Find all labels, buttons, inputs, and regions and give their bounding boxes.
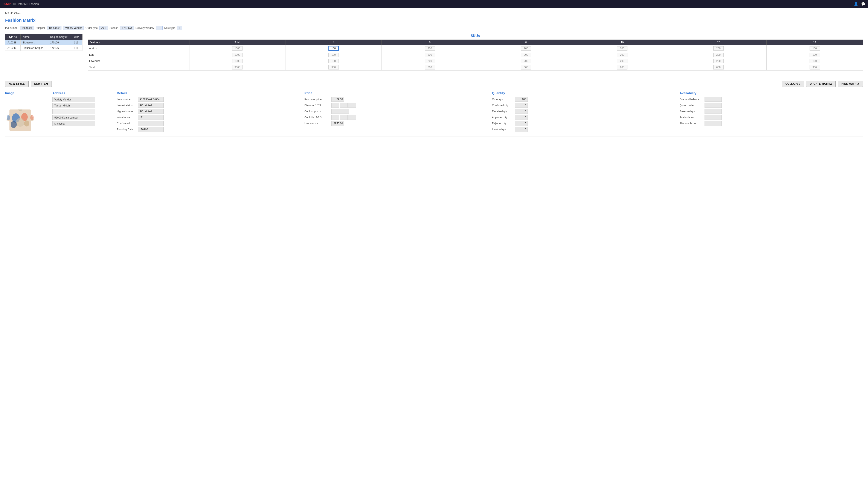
update-matrix-button[interactable]: UPDATE MATRIX [806, 81, 836, 87]
invoiced-qty-row: Invoiced qty 0 [492, 127, 675, 132]
sku-input-apricot-8[interactable] [521, 46, 531, 51]
invoiced-qty-value: 0 [515, 127, 528, 132]
chat-icon[interactable]: 💬 [861, 2, 865, 6]
sku-row-total: Total [88, 64, 863, 70]
available-inv-row: Available inv [680, 115, 863, 120]
sku-input-lavender-6[interactable] [425, 59, 435, 63]
user-icon[interactable]: 👤 [854, 2, 858, 6]
sku-input-ecru-4[interactable] [329, 53, 339, 57]
sku-input-total-6 [425, 65, 435, 69]
on-hand-balance-label: On-hand balance [680, 98, 703, 101]
sku-input-total-14 [810, 65, 820, 69]
sku-input-ecru-10[interactable] [617, 53, 627, 57]
sku-feature-apricot: Apricot [88, 45, 189, 52]
bottom-border [5, 137, 863, 137]
sku-input-apricot-12[interactable] [713, 46, 724, 51]
received-qty-row: Received qty 0 [492, 109, 675, 114]
sku-input-apricot-14[interactable] [810, 46, 820, 51]
garment-image [5, 99, 35, 133]
conf-disc-v1 [332, 115, 339, 120]
sku-input-lavender-12[interactable] [713, 59, 724, 63]
svg-point-3 [16, 118, 25, 127]
style-table-container: Style no Name Req delivery dt Whs A10238… [5, 34, 83, 51]
sku-input-apricot-4[interactable] [329, 46, 339, 51]
address-line3 [53, 109, 95, 114]
reserved-qty-value [705, 109, 722, 114]
sku-input-ecru-8[interactable] [521, 53, 531, 57]
discount-row: Discount 1/2/3 [304, 103, 488, 108]
conf-disc-label: Conf disc 1/2/3 [304, 116, 330, 119]
variety-vendor: Variety Vendor [63, 26, 84, 30]
sku-input-lavender-14[interactable] [810, 59, 820, 63]
approved-qty-value: 0 [515, 115, 528, 120]
address-line2: Taman Midah [53, 103, 95, 108]
confirmed-qty-row: Confirmed qty 0 [492, 103, 675, 108]
warehouse-value: 111 [138, 115, 164, 120]
item-number-value: A10238-APR-004 [138, 97, 164, 102]
grid-icon[interactable]: ⊞ [13, 2, 16, 6]
line-amount-value: 2950.00 [332, 121, 344, 126]
sku-input-total-total [232, 65, 243, 69]
sku-input-apricot-total[interactable] [232, 46, 243, 51]
approved-qty-row: Approved qty 0 [492, 115, 675, 120]
hide-matrix-button[interactable]: HIDE MATRIX [838, 81, 863, 87]
item-number-row: Item number A10238-APR-004 [117, 97, 300, 102]
table-row[interactable]: A10238 Blouse Art 170106 111 [5, 40, 83, 46]
order-type-label: Order type [86, 26, 98, 29]
po-info-row: PO number 1000094 Supplier 10FG009 Varie… [5, 26, 863, 30]
col-req-delivery-dt: Req delivery dt [48, 34, 72, 40]
sku-input-apricot-6[interactable] [425, 46, 435, 51]
collapse-button[interactable]: COLLAPSE [782, 81, 804, 87]
supplier-value: 10FG009 [47, 26, 61, 30]
rejected-qty-value: 0 [515, 121, 528, 126]
cell-whs: 111 [72, 40, 82, 46]
rejected-qty-row: Rejected qty 0 [492, 121, 675, 126]
order-qty-value: 100 [515, 97, 528, 102]
date-type-value: 1 [177, 26, 182, 30]
sku-input-ecru-total[interactable] [232, 53, 243, 57]
order-qty-label: Order qty [492, 98, 514, 101]
address-line1: Variety Vendor [53, 97, 95, 102]
cell-whs: 111 [72, 46, 82, 51]
received-qty-label: Received qty [492, 110, 514, 113]
rejected-qty-label: Rejected qty [492, 122, 514, 125]
table-row[interactable]: A10240 Blouse Art Stripes 170106 111 [5, 46, 83, 51]
season-value: 17SPSU [120, 26, 134, 30]
confirmed-qty-value: 0 [515, 103, 528, 108]
approved-qty-label: Approved qty [492, 116, 514, 119]
conf-dely-dt-label: Conf dely dt [117, 122, 136, 125]
allocatable-net-label: Allocatable net [680, 122, 703, 125]
confmd-pur-prc-row: Confmd pur prc [304, 109, 488, 114]
planning-date-value: 170106 [138, 127, 164, 132]
svg-point-7 [30, 115, 34, 120]
topbar: Infor ⊞ Infor M3 Fashion 👤 💬 [0, 0, 868, 8]
warehouse-label: Warehouse [117, 116, 136, 119]
new-item-button[interactable]: NEW ITEM [31, 81, 52, 87]
sku-input-lavender-4[interactable] [329, 59, 339, 63]
cell-style-no: A10238 [5, 40, 21, 46]
confirmed-qty-label: Confirmed qty [492, 104, 514, 107]
sku-input-ecru-6[interactable] [425, 53, 435, 57]
sku-input-total-4 [329, 65, 339, 69]
po-number-value: 1000094 [20, 26, 34, 30]
lowest-status-label: Lowest status [117, 104, 136, 107]
sku-input-lavender-10[interactable] [617, 59, 627, 63]
sku-input-ecru-14[interactable] [810, 53, 820, 57]
sku-input-ecru-12[interactable] [713, 53, 724, 57]
sku-input-total-10 [617, 65, 627, 69]
cell-name: Blouse Art [21, 40, 48, 46]
sku-input-lavender-8[interactable] [521, 59, 531, 63]
invoiced-qty-label: Invoiced qty [492, 128, 514, 131]
discount-v2 [340, 103, 347, 108]
sku-feature-total: Total [88, 64, 189, 70]
allocatable-net-row: Allocatable net [680, 121, 863, 126]
cell-req-delivery-dt: 170106 [48, 46, 72, 51]
delivery-window-label: Delivery window [135, 26, 154, 29]
planning-date-label: Planning Date [117, 128, 136, 131]
purchase-price-value: 29.50 [332, 97, 344, 102]
col-style-no: Style no [5, 34, 21, 40]
new-style-button[interactable]: NEW STYLE [5, 81, 29, 87]
sku-table: Features Total 4 6 8 10 12 14 Apricot [88, 39, 863, 70]
sku-input-apricot-10[interactable] [617, 46, 627, 51]
sku-input-lavender-total[interactable] [232, 59, 243, 63]
